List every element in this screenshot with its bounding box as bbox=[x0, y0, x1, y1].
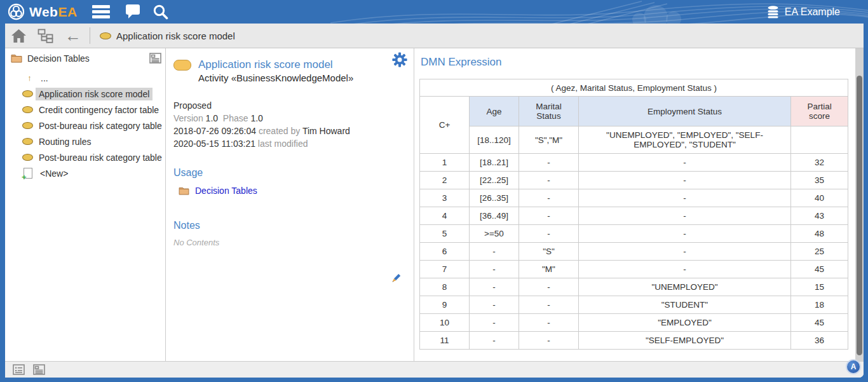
dmn-cell: - bbox=[579, 172, 791, 189]
dmn-cell: - bbox=[579, 154, 791, 172]
dmn-cell: 4 bbox=[420, 207, 470, 225]
element-ellipse-icon bbox=[22, 154, 33, 161]
hierarchy-icon bbox=[37, 29, 53, 43]
scrollbar-thumb[interactable] bbox=[857, 76, 862, 355]
notes-card-icon bbox=[33, 364, 45, 375]
main-window: ← Application risk score model Decision … bbox=[5, 24, 864, 378]
dmn-col-age: Age bbox=[470, 97, 519, 126]
dmn-cell: "STUDENT" bbox=[579, 296, 791, 314]
edit-notes-button[interactable] bbox=[390, 272, 402, 287]
dmn-rule-row: 7-"M"-45 bbox=[420, 261, 848, 278]
sidebar-item[interactable]: +<New> bbox=[5, 165, 165, 181]
model-connection[interactable]: EA Example bbox=[767, 6, 868, 18]
sidebar-item-label: ... bbox=[37, 72, 51, 85]
sidebar-item-label: Post-bureau risk category table bbox=[36, 119, 165, 132]
dmn-cell: - bbox=[519, 207, 579, 225]
dmn-rule-row: 2[22..25]--35 bbox=[420, 172, 848, 189]
dmn-cell: - bbox=[519, 296, 579, 314]
sidebar-item[interactable]: Application risk score model bbox=[5, 86, 165, 102]
new-document-icon: + bbox=[24, 168, 32, 179]
folder-icon bbox=[11, 54, 22, 63]
sidebar-package-title: Decision Tables bbox=[27, 53, 90, 64]
dmn-cell: - bbox=[470, 296, 519, 314]
dmn-cell: 3 bbox=[420, 189, 470, 207]
back-arrow-icon: ← bbox=[65, 27, 81, 44]
element-details-panel: Application risk score model Activity «B… bbox=[166, 48, 414, 361]
dmn-cell: 15 bbox=[791, 278, 848, 296]
dmn-cell: - bbox=[519, 332, 579, 350]
dmn-col-marital: Marital Status bbox=[519, 97, 579, 126]
sidebar-item-label: <New> bbox=[37, 167, 71, 180]
sidebar-item[interactable]: Post-bureau risk category table bbox=[5, 149, 165, 165]
dmn-caption-row: ( Agez, Marital Status, Employment Statu… bbox=[420, 79, 848, 97]
dmn-cell: 2 bbox=[420, 172, 470, 189]
home-icon bbox=[11, 29, 26, 43]
element-type: Activity «BusinessKnowledgeModel» bbox=[198, 72, 353, 85]
back-button[interactable]: ← bbox=[65, 27, 81, 44]
options-button[interactable] bbox=[392, 52, 407, 70]
dmn-rule-row: 8--"UNEMPLOYED"15 bbox=[420, 278, 848, 296]
list-view-icon bbox=[13, 364, 25, 375]
dmn-cell: 32 bbox=[791, 154, 848, 172]
dmn-cell: "S" bbox=[519, 243, 579, 261]
breadcrumb[interactable]: Application risk score model bbox=[100, 31, 235, 41]
search-icon bbox=[153, 4, 168, 20]
dmn-input-cell: [18..120] bbox=[470, 126, 519, 154]
home-button[interactable] bbox=[10, 27, 27, 44]
dmn-heading: DMN Expression bbox=[421, 56, 864, 69]
sidebar-item[interactable]: Credit contingency factor table bbox=[5, 102, 165, 118]
sidebar-item-label: Post-bureau risk category table bbox=[36, 151, 165, 164]
show-notes-button[interactable] bbox=[33, 364, 45, 375]
database-icon bbox=[767, 6, 779, 18]
dmn-input-cell bbox=[791, 126, 848, 154]
version-phase-line: Version 1.0 Phase 1.0 bbox=[173, 112, 403, 125]
dmn-cell: 1 bbox=[420, 154, 470, 172]
dmn-input-values-row: [18..120] "S","M" "UNEMPLOYED", "EMPLOYE… bbox=[420, 126, 848, 154]
dmn-cell: 36 bbox=[791, 332, 848, 350]
main-menu-button[interactable] bbox=[92, 0, 111, 24]
usage-link-row[interactable]: Decision Tables bbox=[179, 186, 403, 196]
dmn-cell: - bbox=[519, 172, 579, 189]
model-name-label: EA Example bbox=[785, 6, 840, 18]
dmn-cell: 10 bbox=[420, 314, 470, 332]
dmn-cell: - bbox=[519, 154, 579, 172]
dmn-rule-row: 5>=50--48 bbox=[420, 225, 848, 243]
webea-logo[interactable]: WebEA bbox=[8, 3, 78, 20]
usage-link[interactable]: Decision Tables bbox=[195, 186, 257, 196]
sidebar-notes-button[interactable] bbox=[149, 53, 161, 66]
element-title: Application risk score model bbox=[198, 58, 353, 71]
vertical-scrollbar[interactable] bbox=[855, 48, 864, 361]
dmn-cell: 45 bbox=[791, 261, 848, 278]
dmn-cell: [26..35] bbox=[470, 189, 519, 207]
top-header-bar: WebEA EA Example bbox=[0, 0, 868, 24]
scroll-top-button[interactable]: A bbox=[846, 359, 861, 374]
element-ellipse-icon bbox=[22, 122, 33, 129]
dmn-expression-panel: DMN Expression ( Agez, Marital Status, E… bbox=[414, 48, 864, 361]
logo-wordmark: WebEA bbox=[29, 4, 78, 20]
chat-button[interactable] bbox=[125, 0, 141, 24]
dmn-cell: - bbox=[519, 314, 579, 332]
dmn-cell: 40 bbox=[791, 189, 848, 207]
dmn-cell: "EMPLOYED" bbox=[579, 314, 791, 332]
dmn-cell: 45 bbox=[791, 314, 848, 332]
dmn-rule-row: 6-"S"-25 bbox=[420, 243, 848, 261]
dmn-cell: - bbox=[579, 207, 791, 225]
dmn-cell: - bbox=[519, 278, 579, 296]
sidebar-item[interactable]: Post-bureau risk category table bbox=[5, 118, 165, 133]
sidebar-item[interactable]: ↑... bbox=[5, 70, 165, 86]
sidebar-item[interactable]: Routing rules bbox=[5, 133, 165, 149]
modified-line: 2020-05-15 11:03:21 last modified bbox=[173, 137, 403, 150]
hierarchy-button[interactable] bbox=[37, 27, 53, 44]
sidebar-package-header[interactable]: Decision Tables bbox=[5, 53, 165, 64]
dmn-input-cell: "S","M" bbox=[519, 126, 579, 154]
dmn-cell: 25 bbox=[791, 243, 848, 261]
sidebar-item-list: ↑...Application risk score modelCredit c… bbox=[5, 70, 165, 181]
dmn-cell: 35 bbox=[791, 172, 848, 189]
dmn-cell: 7 bbox=[420, 261, 470, 278]
notes-empty-text: No Contents bbox=[173, 238, 403, 247]
dmn-rule-row: 1[18..21]--32 bbox=[420, 154, 848, 172]
search-button[interactable] bbox=[153, 0, 168, 24]
element-ellipse-icon bbox=[22, 106, 33, 113]
element-ellipse-icon bbox=[22, 138, 33, 145]
show-list-button[interactable] bbox=[13, 364, 25, 375]
